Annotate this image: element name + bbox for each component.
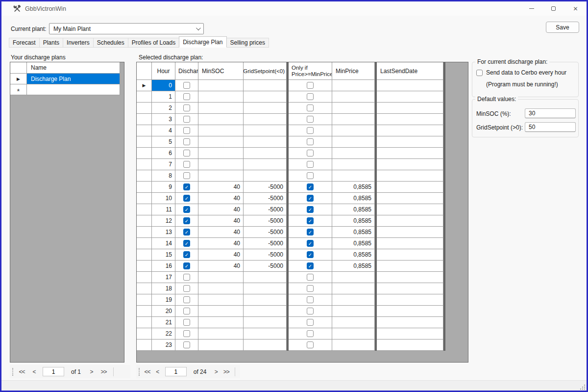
minsoc-cell[interactable]: [198, 159, 244, 170]
discharge-cell[interactable]: [175, 170, 198, 182]
gridsetpoint-cell[interactable]: [244, 283, 287, 294]
minprice-cell[interactable]: [332, 91, 375, 103]
onlyif-cell[interactable]: [289, 317, 332, 328]
hour-cell[interactable]: 20: [152, 306, 175, 317]
minprice-cell[interactable]: 0,8585: [332, 182, 375, 193]
minprice-cell[interactable]: 0,8585: [332, 227, 375, 238]
discharge-cell[interactable]: [175, 114, 198, 125]
onlyif-column-header[interactable]: Only if Price>=MinPrice: [289, 62, 332, 80]
row-selector[interactable]: [137, 148, 152, 159]
minprice-cell[interactable]: 0,8585: [332, 261, 375, 272]
minprice-cell[interactable]: [332, 283, 375, 294]
plans-header-selector[interactable]: [10, 62, 27, 74]
onlyif-cell[interactable]: ✓: [289, 249, 332, 261]
gridsetpoint-cell[interactable]: [244, 114, 287, 125]
toolbar-grip-icon[interactable]: [12, 368, 13, 376]
onlyif-cell[interactable]: ✓: [289, 227, 332, 238]
minsoc-cell[interactable]: [198, 170, 244, 182]
onlyif-checkbox[interactable]: ✓: [307, 195, 314, 202]
discharge-cell[interactable]: ✓: [175, 227, 198, 238]
minprice-cell[interactable]: [332, 125, 375, 136]
discharge-checkbox[interactable]: [183, 116, 190, 123]
lastsenddate-cell[interactable]: [377, 182, 443, 193]
hour-cell[interactable]: 6: [152, 148, 175, 159]
minsoc-cell[interactable]: 40: [198, 227, 244, 238]
discharge-cell[interactable]: [175, 159, 198, 170]
hour-cell[interactable]: 23: [152, 340, 175, 351]
plans-prev-page-button[interactable]: <: [28, 367, 40, 377]
onlyif-checkbox[interactable]: [307, 150, 314, 157]
onlyif-cell[interactable]: [289, 80, 332, 91]
minsoc-cell[interactable]: 40: [198, 204, 244, 215]
plans-name-header[interactable]: Name: [27, 62, 120, 74]
discharge-checkbox[interactable]: ✓: [183, 217, 190, 224]
row-selector[interactable]: [137, 306, 152, 317]
row-selector[interactable]: [137, 193, 152, 204]
minimize-button[interactable]: [520, 1, 542, 16]
new-row-selector[interactable]: *: [10, 84, 27, 95]
tab-profiles-of-loads[interactable]: Profiles of Loads: [128, 38, 179, 48]
minsoc-cell[interactable]: 40: [198, 193, 244, 204]
discharge-cell[interactable]: [175, 294, 198, 306]
toolbar-grip-icon[interactable]: [139, 368, 140, 376]
onlyif-cell[interactable]: [289, 340, 332, 351]
discharge-checkbox[interactable]: [183, 93, 190, 100]
minsoc-cell[interactable]: [198, 148, 244, 159]
minsoc-cell[interactable]: [198, 272, 244, 283]
row-selector[interactable]: [137, 249, 152, 261]
hour-cell[interactable]: 7: [152, 159, 175, 170]
minprice-cell[interactable]: [332, 159, 375, 170]
hour-cell[interactable]: 5: [152, 136, 175, 148]
row-selector[interactable]: [137, 215, 152, 227]
onlyif-cell[interactable]: [289, 148, 332, 159]
lastsenddate-cell[interactable]: [377, 148, 443, 159]
lastsenddate-column-header[interactable]: LastSendDate: [377, 62, 443, 80]
tab-discharge-plan[interactable]: Discharge Plan: [179, 36, 226, 48]
onlyif-checkbox[interactable]: [307, 93, 314, 100]
onlyif-checkbox[interactable]: [307, 127, 314, 134]
onlyif-cell[interactable]: [289, 103, 332, 114]
onlyif-checkbox[interactable]: [307, 138, 314, 145]
row-selector[interactable]: [137, 159, 152, 170]
minprice-cell[interactable]: [332, 170, 375, 182]
minprice-cell[interactable]: [332, 294, 375, 306]
maximize-button[interactable]: [542, 1, 564, 16]
gridsetpoint-cell[interactable]: [244, 272, 287, 283]
gridsetpoint-cell[interactable]: -5000: [244, 204, 287, 215]
minsoc-cell[interactable]: [198, 125, 244, 136]
gridsetpoint-cell[interactable]: [244, 91, 287, 103]
discharge-checkbox[interactable]: [183, 82, 190, 89]
onlyif-checkbox[interactable]: [307, 296, 314, 303]
onlyif-checkbox[interactable]: ✓: [307, 206, 314, 213]
row-selector[interactable]: [137, 103, 152, 114]
minsoc-cell[interactable]: [198, 340, 244, 351]
minprice-cell[interactable]: 0,8585: [332, 193, 375, 204]
row-selector[interactable]: ▶: [10, 74, 27, 84]
onlyif-checkbox[interactable]: ✓: [307, 229, 314, 235]
hour-cell[interactable]: 11: [152, 204, 175, 215]
minprice-cell[interactable]: [332, 148, 375, 159]
lastsenddate-cell[interactable]: [377, 114, 443, 125]
send-to-cerbo-checkbox[interactable]: [476, 70, 483, 76]
discharge-checkbox[interactable]: [183, 274, 190, 281]
hour-cell[interactable]: 2: [152, 103, 175, 114]
lastsenddate-cell[interactable]: [377, 103, 443, 114]
minprice-cell[interactable]: [332, 103, 375, 114]
minsoc-cell[interactable]: 40: [198, 238, 244, 249]
row-selector[interactable]: [137, 91, 152, 103]
lastsenddate-cell[interactable]: [377, 249, 443, 261]
minsoc-cell[interactable]: 40: [198, 182, 244, 193]
discharge-cell[interactable]: ✓: [175, 249, 198, 261]
onlyif-cell[interactable]: [289, 159, 332, 170]
minsoc-cell[interactable]: 40: [198, 261, 244, 272]
minsoc-cell[interactable]: [198, 91, 244, 103]
gridsetpoint-cell[interactable]: [244, 125, 287, 136]
minsoc-cell[interactable]: 40: [198, 215, 244, 227]
hour-cell[interactable]: 8: [152, 170, 175, 182]
lastsenddate-cell[interactable]: [377, 340, 443, 351]
onlyif-checkbox[interactable]: ✓: [307, 240, 314, 247]
plans-last-page-button[interactable]: >>: [98, 367, 110, 377]
onlyif-cell[interactable]: ✓: [289, 204, 332, 215]
onlyif-checkbox[interactable]: [307, 341, 314, 348]
hour-cell[interactable]: 18: [152, 283, 175, 294]
